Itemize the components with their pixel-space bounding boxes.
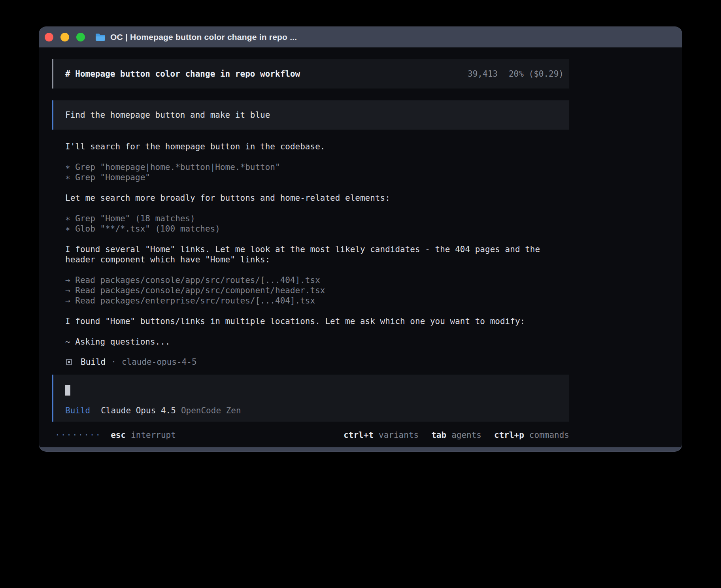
- folder-icon: [95, 33, 106, 41]
- input-agent-label: Build: [65, 405, 90, 416]
- zoom-button[interactable]: [76, 33, 85, 41]
- user-message-text: Find the homepage button and make it blu…: [65, 110, 270, 120]
- assistant-text-block: I'll search for the homepage button in t…: [65, 141, 569, 152]
- session-header: # Homepage button color change in repo w…: [52, 59, 569, 89]
- assistant-text: I'll search for the homepage button in t…: [65, 141, 569, 152]
- assistant-text: Let me search more broadly for buttons a…: [65, 193, 569, 203]
- interrupt-label: interrupt: [131, 430, 176, 440]
- footer-left: ········ esc interrupt: [55, 430, 176, 440]
- footer-right: ctrl+t variants tab agents ctrl+p comman…: [344, 430, 569, 440]
- hint-key: ctrl+p: [494, 430, 524, 440]
- session-stats: 39,413 20% ($0.29): [468, 69, 564, 79]
- terminal-content: # Homepage button color change in repo w…: [39, 47, 682, 447]
- close-button[interactable]: [45, 33, 53, 41]
- traffic-lights: [45, 33, 85, 41]
- context-stats: 20% ($0.29): [509, 69, 564, 79]
- tool-call-grep: ∗ Grep "Homepage": [65, 172, 569, 183]
- tool-call-group: ∗ Grep "Home" (18 matches) ∗ Glob "**/*.…: [65, 213, 569, 234]
- titlebar[interactable]: OC | Homepage button color change in rep…: [39, 27, 682, 47]
- input-provider-label: OpenCode Zen: [181, 405, 241, 416]
- agent-badge-icon: [66, 359, 72, 365]
- assistant-text: I found "Home" buttons/links in multiple…: [65, 316, 569, 326]
- user-message: Find the homepage button and make it blu…: [52, 100, 569, 130]
- window-title: OC | Homepage button color change in rep…: [110, 32, 297, 42]
- tool-call-grep: ∗ Grep "homepage|home.*button|Home.*butt…: [65, 162, 569, 172]
- hint-commands: ctrl+p commands: [494, 430, 569, 440]
- tool-call-group: → Read packages/console/app/src/routes/[…: [65, 275, 569, 306]
- spinner-dots: ········: [55, 430, 101, 440]
- tool-call-read: → Read packages/console/app/src/routes/[…: [65, 275, 569, 285]
- tool-call-read: → Read packages/console/app/src/componen…: [65, 285, 569, 296]
- tool-call-grep: ∗ Grep "Home" (18 matches): [65, 213, 569, 224]
- transcript: I'll search for the homepage button in t…: [52, 141, 569, 367]
- hint-variants: ctrl+t variants: [344, 430, 419, 440]
- tool-call-read: → Read packages/enterprise/src/routes/[.…: [65, 296, 569, 306]
- assistant-text-block: Let me search more broadly for buttons a…: [65, 193, 569, 203]
- tool-call-glob: ∗ Glob "**/*.tsx" (100 matches): [65, 224, 569, 234]
- input-meta-row: Build Claude Opus 4.5 OpenCode Zen: [65, 405, 557, 416]
- agent-separator: ·: [111, 357, 116, 367]
- hint-agents: tab agents: [431, 430, 481, 440]
- agent-status-row: Build · claude-opus-4-5: [65, 357, 569, 367]
- prompt-input[interactable]: Build Claude Opus 4.5 OpenCode Zen: [52, 375, 569, 422]
- assistant-text-block: I found several "Home" links. Let me loo…: [65, 244, 569, 265]
- status-footer: ········ esc interrupt ctrl+t variants t…: [52, 430, 569, 440]
- esc-key: esc: [111, 430, 126, 440]
- hint-label: variants: [379, 430, 419, 440]
- hint-key: ctrl+t: [344, 430, 374, 440]
- hint-label: commands: [529, 430, 569, 440]
- hint-label: agents: [451, 430, 481, 440]
- session-title: # Homepage button color change in repo w…: [65, 69, 300, 79]
- input-model-label: Claude Opus 4.5: [101, 405, 176, 416]
- agent-name: Build: [81, 357, 106, 367]
- hint-key: tab: [431, 430, 446, 440]
- terminal-window: OC | Homepage button color change in rep…: [39, 27, 682, 451]
- assistant-text-block: I found "Home" buttons/links in multiple…: [65, 316, 569, 326]
- assistant-text: I found several "Home" links. Let me loo…: [65, 244, 569, 265]
- minimize-button[interactable]: [60, 33, 69, 41]
- text-cursor: [65, 385, 70, 396]
- asking-questions-status: ~ Asking questions...: [65, 337, 569, 347]
- token-count: 39,413: [468, 69, 498, 79]
- tool-call-group: ∗ Grep "homepage|home.*button|Home.*butt…: [65, 162, 569, 183]
- status-line-block: ~ Asking questions...: [65, 337, 569, 347]
- agent-model: claude-opus-4-5: [122, 357, 197, 367]
